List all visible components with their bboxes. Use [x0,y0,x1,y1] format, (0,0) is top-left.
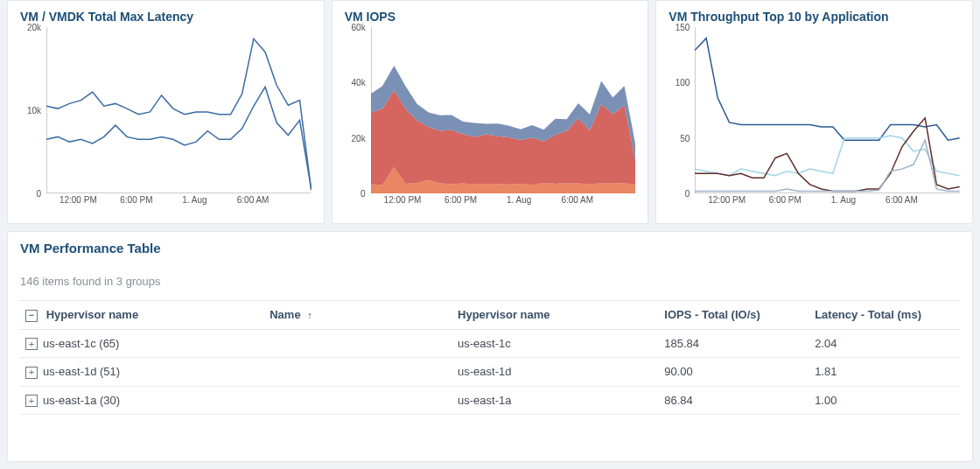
cell-hv: us-east-1d [452,358,659,387]
expand-icon[interactable]: + [25,367,38,379]
expand-icon[interactable]: + [25,395,38,407]
cell-hv-group: us-east-1c (65) [43,337,119,350]
table-header-row: − Hypervisor name Name ↑ Hypervisor name… [20,301,960,330]
expand-icon[interactable]: + [25,338,38,350]
table-summary: 146 items found in 3 groups [20,275,960,288]
cell-hv: us-east-1c [452,329,659,358]
cell-latency: 1.81 [809,358,960,387]
col-hypervisor-group[interactable]: − Hypervisor name [20,301,264,330]
chart-title: VM / VMDK Total Max Latency [20,10,312,24]
table-row[interactable]: +us-east-1a (30) us-east-1a 86.84 1.00 [20,386,960,415]
cell-name [264,329,452,358]
chart-card-latency: VM / VMDK Total Max Latency 010k20k12:00… [7,0,325,224]
cell-hv-group: us-east-1a (30) [43,394,120,407]
chart-card-throughput: VM Throughput Top 10 by Application 0501… [655,0,973,224]
cell-latency: 1.00 [809,386,960,415]
col-label: Hypervisor name [458,308,550,321]
chart-body[interactable]: 020k40k60k12:00 PM6:00 PM1. Aug6:00 AM [345,27,636,211]
col-iops[interactable]: IOPS - Total (IO/s) [659,301,809,330]
col-label: Hypervisor name [46,308,139,321]
collapse-all-icon[interactable]: − [25,310,38,322]
cell-latency: 2.04 [809,329,960,358]
col-label: IOPS - Total (IO/s) [664,308,760,321]
charts-row: VM / VMDK Total Max Latency 010k20k12:00… [0,0,980,224]
table-title: VM Performance Table [20,241,960,256]
chart-body[interactable]: 010k20k12:00 PM6:00 PM1. Aug6:00 AM [20,27,312,211]
col-label: Name [270,308,300,321]
sort-asc-icon: ↑ [307,310,312,320]
table-body: +us-east-1c (65) us-east-1c 185.84 2.04 … [20,329,960,415]
chart-title: VM IOPS [345,10,636,24]
cell-hv-group: us-east-1d (51) [43,365,120,378]
cell-hv: us-east-1a [452,386,659,415]
chart-card-iops: VM IOPS 020k40k60k12:00 PM6:00 PM1. Aug6… [332,0,649,224]
cell-name [264,358,452,387]
cell-iops: 90.00 [659,358,809,387]
table-card: VM Performance Table 146 items found in … [7,231,973,462]
table-row[interactable]: +us-east-1d (51) us-east-1d 90.00 1.81 [20,358,960,387]
col-hypervisor[interactable]: Hypervisor name [452,301,659,330]
cell-iops: 185.84 [659,329,809,358]
performance-table: − Hypervisor name Name ↑ Hypervisor name… [20,300,960,415]
col-latency[interactable]: Latency - Total (ms) [809,301,960,330]
col-label: Latency - Total (ms) [815,308,921,321]
cell-name [264,386,452,415]
chart-body[interactable]: 05010015012:00 PM6:00 PM1. Aug6:00 AM [668,27,960,211]
cell-iops: 86.84 [659,386,809,415]
col-name[interactable]: Name ↑ [264,301,452,330]
table-row[interactable]: +us-east-1c (65) us-east-1c 185.84 2.04 [20,329,960,358]
chart-title: VM Throughput Top 10 by Application [668,10,960,24]
